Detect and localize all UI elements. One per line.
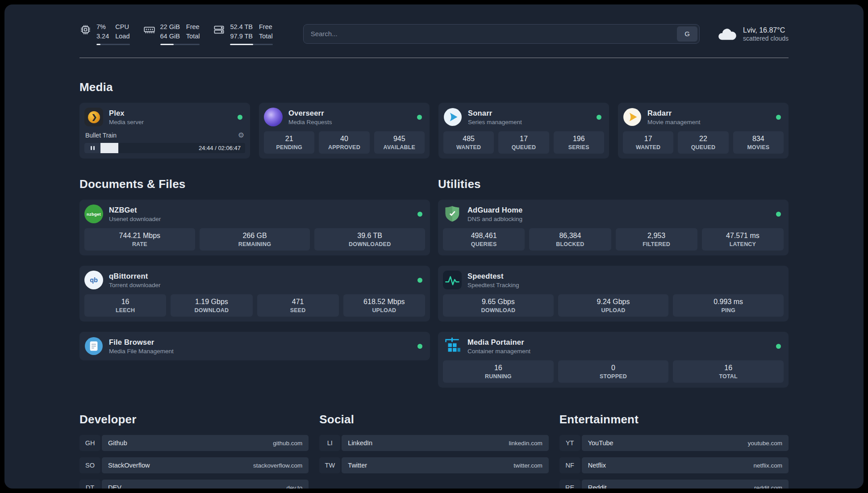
bookmark-abbr: NF [559, 457, 580, 473]
bookmark-linkedin[interactable]: LI LinkedIn linkedin.com [319, 435, 548, 451]
section-title-entertainment: Entertainment [559, 413, 789, 426]
section-title-media: Media [79, 80, 789, 94]
service-name: Plex [109, 109, 144, 117]
memory-widget: 22 GiB 64 GiB Free Total [143, 22, 200, 45]
memory-free-value: 22 GiB [160, 22, 180, 32]
service-card-filebrowser[interactable]: File Browser Media File Management [79, 332, 430, 360]
stat-download: 9.65 Gbps DOWNLOAD [443, 294, 554, 317]
speedtest-icon [443, 271, 462, 289]
bookmark-youtube[interactable]: YT YouTube youtube.com [559, 435, 789, 451]
service-name: Media Portainer [467, 338, 530, 347]
bookmark-name: DEV [108, 484, 121, 489]
bookmark-url: youtube.com [748, 440, 782, 447]
plex-icon: ❯ [84, 108, 103, 126]
bookmark-abbr: LI [319, 435, 340, 451]
radarr-icon [623, 108, 642, 126]
service-card-portainer[interactable]: Media Portainer Container management 16 … [438, 332, 789, 388]
adguard-icon [443, 205, 462, 223]
bookmark-stackoverflow[interactable]: SO StackOverflow stackoverflow.com [79, 457, 309, 473]
search-bar: G [303, 24, 700, 44]
bookmark-name: Github [108, 439, 127, 447]
search-input[interactable] [303, 24, 700, 44]
stat-download: 1.19 Gbps DOWNLOAD [171, 294, 252, 317]
service-card-overseerr[interactable]: Overseerr Media Requests 21 PENDING 40 A… [259, 103, 430, 159]
disk-readout: 52.4 TB 97.9 TB Free Total [230, 22, 272, 45]
disk-free-value: 52.4 TB [230, 22, 253, 32]
bookmark-twitter[interactable]: TW Twitter twitter.com [319, 457, 548, 473]
service-card-sonarr[interactable]: Sonarr Series management 485 WANTED 17 Q… [438, 103, 609, 159]
service-card-plex[interactable]: ❯ Plex Media server Bullet Train ⚙ [79, 103, 250, 159]
portainer-icon [443, 337, 462, 355]
weather-location: Lviv, 16.87°C [743, 25, 789, 35]
settings-gear-icon[interactable]: ⚙ [238, 132, 244, 139]
playback-progress-track[interactable] [100, 143, 194, 153]
bookmark-url: stackoverflow.com [253, 462, 302, 469]
bookmark-netflix[interactable]: NF Netflix netflix.com [559, 457, 789, 473]
stat-stopped: 0 STOPPED [558, 360, 669, 383]
stat-approved: 40 APPROVED [319, 131, 369, 154]
stat-rate: 744.21 Mbps RATE [84, 228, 195, 251]
bookmark-name: Reddit [588, 484, 607, 489]
service-subtitle: Media Requests [288, 119, 332, 125]
stat-queries: 498,461 QUERIES [443, 228, 525, 251]
bookmark-abbr: YT [559, 435, 580, 451]
stat-wanted: 485 WANTED [443, 131, 494, 154]
bookmark-dev[interactable]: DT DEV dev.to [79, 480, 309, 489]
dashboard: 7% 3.24 CPU Load 22 GiB [4, 4, 864, 489]
service-name: Overseerr [288, 109, 332, 117]
weather-widget: Lviv, 16.87°C scattered clouds [717, 25, 789, 42]
bookmark-abbr: TW [319, 457, 340, 473]
status-dot [776, 115, 781, 120]
bookmarks-entertainment: Entertainment YT YouTube youtube.com NF … [559, 413, 789, 489]
memory-free-label: Free [186, 22, 200, 32]
documents-section: Documents & Files nzbget NZBGet Usenet d… [79, 177, 430, 388]
cpu-icon [79, 24, 92, 36]
bookmark-github[interactable]: GH Github github.com [79, 435, 309, 451]
section-title-utilities: Utilities [438, 177, 789, 191]
pause-button[interactable] [84, 143, 100, 153]
bookmark-name: Netflix [588, 462, 606, 469]
cpu-label: CPU [115, 22, 129, 32]
bookmark-name: Twitter [348, 462, 367, 469]
header-divider [79, 58, 789, 58]
service-card-adguard[interactable]: AdGuard Home DNS and adblocking 498,461 … [438, 200, 789, 255]
bookmark-reddit[interactable]: RE Reddit reddit.com [559, 480, 789, 489]
cpu-sublabel: Load [115, 32, 129, 41]
filebrowser-icon [84, 337, 103, 355]
dashboard-content: 7% 3.24 CPU Load 22 GiB [4, 4, 864, 489]
service-subtitle: Speedtest Tracking [467, 282, 519, 288]
header-bar: 7% 3.24 CPU Load 22 GiB [79, 22, 789, 45]
stat-total: 16 TOTAL [673, 360, 784, 383]
service-subtitle: Torrent downloader [109, 282, 161, 288]
bookmark-name: StackOverflow [108, 462, 150, 469]
cpu-percent: 7% [96, 22, 109, 32]
weather-condition: scattered clouds [743, 35, 789, 42]
service-card-radarr[interactable]: Radarr Movie management 17 WANTED 22 QUE… [618, 103, 789, 159]
bookmark-abbr: GH [79, 435, 100, 451]
bookmark-url: reddit.com [754, 485, 782, 489]
status-dot [417, 344, 422, 349]
stat-latency: 47.571 ms LATENCY [702, 228, 784, 251]
cpu-widget: 7% 3.24 CPU Load [79, 22, 130, 45]
cpu-load-value: 3.24 [96, 32, 109, 41]
service-card-qbittorrent[interactable]: qb qBittorrent Torrent downloader 16 LEE… [79, 266, 430, 322]
status-dot [238, 115, 242, 120]
service-card-nzbget[interactable]: nzbget NZBGet Usenet downloader 744.21 M… [79, 200, 430, 255]
disk-icon [213, 24, 225, 36]
bookmark-url: dev.to [287, 485, 303, 489]
bookmark-url: twitter.com [513, 462, 542, 469]
disk-widget: 52.4 TB 97.9 TB Free Total [213, 22, 272, 45]
bookmark-name: LinkedIn [348, 439, 372, 447]
service-card-speedtest[interactable]: Speedtest Speedtest Tracking 9.65 Gbps D… [438, 266, 789, 322]
memory-usage-bar [160, 44, 200, 45]
playback-time: 24:44 / 02:06:47 [194, 145, 245, 151]
search-provider-button[interactable]: G [677, 26, 697, 42]
media-grid: ❯ Plex Media server Bullet Train ⚙ [79, 103, 789, 159]
memory-total-label: Total [186, 32, 200, 41]
section-title-developer: Developer [79, 413, 309, 426]
memory-readout: 22 GiB 64 GiB Free Total [160, 22, 200, 45]
stat-remaining: 266 GB REMAINING [200, 228, 310, 251]
stat-filtered: 2,953 FILTERED [616, 228, 697, 251]
stat-upload: 618.52 Mbps UPLOAD [343, 294, 425, 317]
bookmark-abbr: RE [559, 480, 580, 489]
